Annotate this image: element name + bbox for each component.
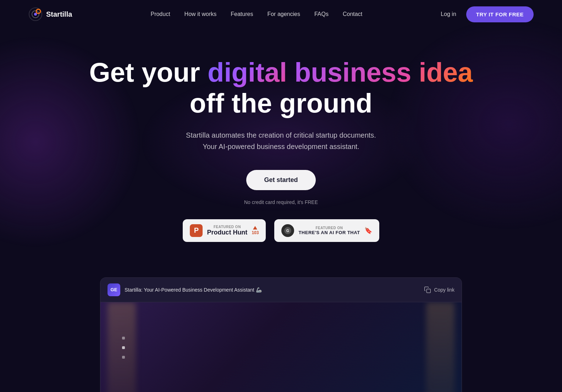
nav-how-it-works[interactable]: How it works — [184, 11, 217, 17]
headline-prefix: Get your — [89, 57, 208, 87]
nav-faqs[interactable]: FAQs — [314, 11, 329, 17]
product-hunt-text: FEATURED ON Product Hunt — [207, 225, 247, 236]
preview-bg — [100, 302, 462, 392]
nav-contact[interactable]: Contact — [343, 11, 362, 17]
svg-point-2 — [36, 9, 40, 13]
hero-headline: Get your digital business idea off the g… — [7, 57, 555, 119]
hero-section: Get your digital business idea off the g… — [0, 28, 562, 263]
headline-idea: idea — [419, 57, 473, 87]
logo-link[interactable]: Startilla — [28, 7, 72, 21]
svg-rect-6 — [427, 289, 431, 293]
nav-links: Product How it works Features For agenci… — [150, 11, 362, 17]
product-hunt-icon: P — [190, 224, 203, 237]
logo-text: Startilla — [46, 10, 72, 18]
video-title-text: Startilla: Your AI-Powered Business Deve… — [125, 287, 262, 293]
login-link[interactable]: Log in — [441, 11, 456, 17]
video-header-left: GE Startilla: Your AI-Powered Business D… — [108, 283, 262, 296]
ph-votes: 103 — [252, 226, 259, 235]
nav-for-agencies[interactable]: For agencies — [267, 11, 300, 17]
navbar: Startilla Product How it works Features … — [0, 0, 562, 28]
sidebar-dot-2 — [122, 346, 125, 349]
copy-label: Copy link — [434, 287, 454, 293]
video-section: GE Startilla: Your AI-Powered Business D… — [89, 277, 473, 392]
ai-name: THERE'S AN AI FOR THAT — [298, 230, 360, 235]
product-hunt-badge[interactable]: P FEATURED ON Product Hunt 103 — [183, 219, 266, 242]
ph-featured-label: FEATURED ON — [207, 225, 247, 229]
logo-icon — [28, 7, 43, 21]
copy-icon — [424, 286, 431, 293]
video-avatar: GE — [108, 283, 120, 296]
app-preview-area: Startilla User Project Data Input Lean C… — [100, 302, 462, 392]
headline-suffix: off the ground — [190, 88, 373, 118]
bg-column-right — [426, 302, 454, 392]
headline-digital: digital — [208, 57, 287, 87]
hero-note: No credit card required, it's FREE — [7, 199, 555, 205]
hero-badges: P FEATURED ON Product Hunt 103 G FEATURE… — [7, 219, 555, 242]
bookmark-icon: 🔖 — [364, 227, 372, 234]
nav-product[interactable]: Product — [150, 11, 170, 17]
nav-cta-button[interactable]: TRY IT FOR FREE — [466, 6, 534, 22]
vote-count: 103 — [252, 230, 259, 235]
ai-badge-icon: G — [281, 224, 294, 237]
sidebar-dot-3 — [122, 356, 125, 359]
video-header: GE Startilla: Your AI-Powered Business D… — [100, 278, 462, 302]
get-started-button[interactable]: Get started — [246, 170, 315, 190]
svg-text:G: G — [287, 229, 290, 233]
hero-cta-wrapper: Get started No credit card required, it'… — [7, 170, 555, 205]
ph-name: Product Hunt — [207, 229, 247, 236]
vote-triangle — [253, 226, 257, 230]
video-container: GE Startilla: Your AI-Powered Business D… — [100, 277, 462, 392]
hero-subtext: Startilla automates the creation of crit… — [7, 129, 555, 152]
ai-badge-text: FEATURED ON THERE'S AN AI FOR THAT — [298, 226, 360, 235]
sidebar-dot-1 — [122, 337, 125, 339]
copy-link-button[interactable]: Copy link — [424, 286, 454, 293]
nav-right: Log in TRY IT FOR FREE — [441, 6, 534, 22]
ai-featured-label: FEATURED ON — [298, 226, 360, 230]
nav-features[interactable]: Features — [231, 11, 253, 17]
svg-point-3 — [34, 13, 37, 16]
theresanai-badge[interactable]: G FEATURED ON THERE'S AN AI FOR THAT 🔖 — [274, 219, 379, 242]
headline-business: business — [294, 57, 411, 87]
